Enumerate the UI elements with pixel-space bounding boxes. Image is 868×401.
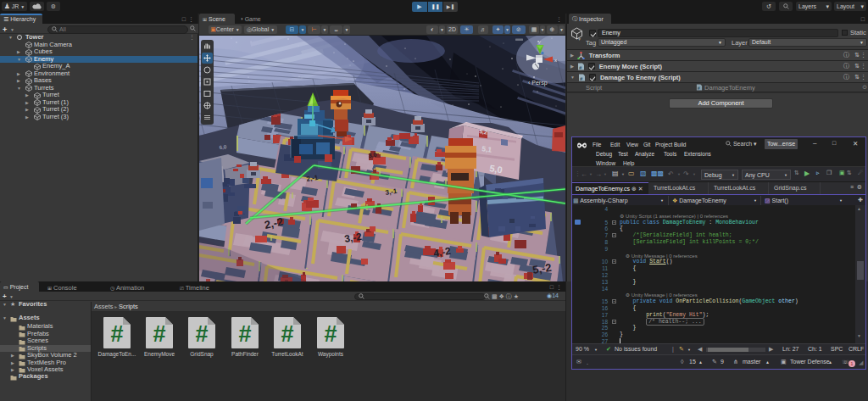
svg-text:x: x [554,58,557,63]
svg-text:y: y [538,39,541,44]
svg-text:‹ Persp: ‹ Persp [528,80,548,86]
svg-text:#: # [153,321,165,347]
svg-text:#: # [238,321,251,347]
svg-text:#: # [110,321,123,347]
svg-text:#: # [195,321,208,347]
svg-text:#: # [324,321,337,347]
svg-text:#: # [281,321,293,347]
svg-text:#: # [698,86,700,91]
